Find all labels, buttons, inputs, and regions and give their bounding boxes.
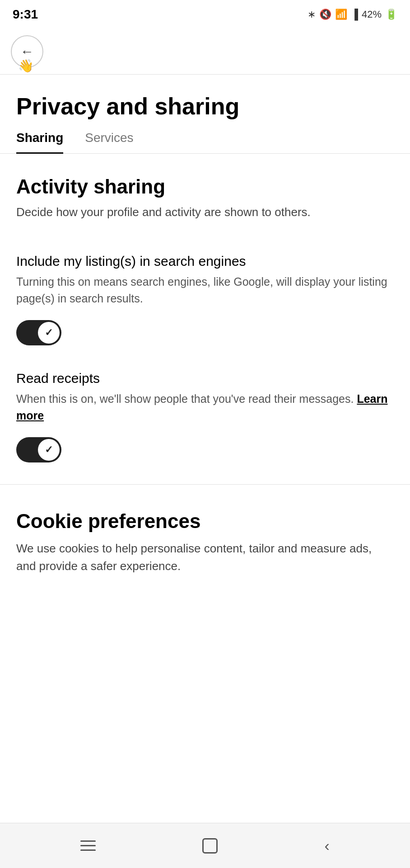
bluetooth-icon: ∗ xyxy=(308,9,316,20)
back-button[interactable]: ← 👋 xyxy=(11,35,43,68)
menu-line-3 xyxy=(80,849,96,851)
cookie-desc: We use cookies to help personalise conte… xyxy=(16,540,394,575)
tab-sharing[interactable]: Sharing xyxy=(16,131,63,154)
toggle-knob-2: ✓ xyxy=(38,439,60,461)
activity-sharing-title: Activity sharing xyxy=(0,154,410,203)
activity-sharing-desc: Decide how your profile and activity are… xyxy=(0,203,410,243)
tabs-container: Sharing Services xyxy=(0,131,410,154)
toggle-check-icon: ✓ xyxy=(45,327,53,339)
mute-icon: 🔇 xyxy=(319,9,331,20)
menu-nav-button[interactable] xyxy=(80,840,96,851)
cookie-preferences-section: Cookie preferences We use cookies to hel… xyxy=(0,492,410,590)
signal-icon: ▐ xyxy=(351,9,358,20)
toggle-knob: ✓ xyxy=(38,322,60,344)
battery-icon: 🔋 xyxy=(385,9,397,20)
toggle-check-icon-2: ✓ xyxy=(45,444,53,456)
status-time: 9:31 xyxy=(13,7,38,22)
menu-line-1 xyxy=(80,840,96,842)
status-icons: ∗ 🔇 📶 ▐ 42% 🔋 xyxy=(308,9,397,20)
back-arrow-icon: ← xyxy=(20,45,34,58)
read-receipts-desc-text: When this is on, we'll show people that … xyxy=(16,392,354,405)
page-title: Privacy and sharing xyxy=(0,75,410,131)
wifi-icon: 📶 xyxy=(335,9,347,20)
home-nav-button[interactable] xyxy=(202,838,218,854)
back-nav-button[interactable]: ‹ xyxy=(325,837,330,854)
cursor-hand-icon: 👋 xyxy=(18,58,34,73)
cookie-title: Cookie preferences xyxy=(16,510,394,533)
search-engines-label: Include my listing(s) in search engines xyxy=(16,254,394,269)
main-content: Privacy and sharing Sharing Services Act… xyxy=(0,75,410,823)
read-receipts-toggle[interactable]: ✓ xyxy=(16,437,61,462)
back-button-row: ← 👋 xyxy=(0,27,410,75)
read-receipts-label: Read receipts xyxy=(16,371,394,386)
status-bar: 9:31 ∗ 🔇 📶 ▐ 42% 🔋 xyxy=(0,0,410,27)
section-divider xyxy=(0,484,410,485)
battery-text: 42% xyxy=(362,9,382,20)
read-receipts-desc: When this is on, we'll show people that … xyxy=(16,391,394,425)
read-receipts-setting: Read receipts When this is on, we'll sho… xyxy=(0,360,410,477)
menu-line-2 xyxy=(80,845,96,846)
tab-services[interactable]: Services xyxy=(85,131,133,154)
bottom-nav: ‹ xyxy=(0,823,410,868)
search-engines-setting: Include my listing(s) in search engines … xyxy=(0,243,410,360)
search-engines-desc: Turning this on means search engines, li… xyxy=(16,274,394,307)
search-engines-toggle[interactable]: ✓ xyxy=(16,320,61,345)
